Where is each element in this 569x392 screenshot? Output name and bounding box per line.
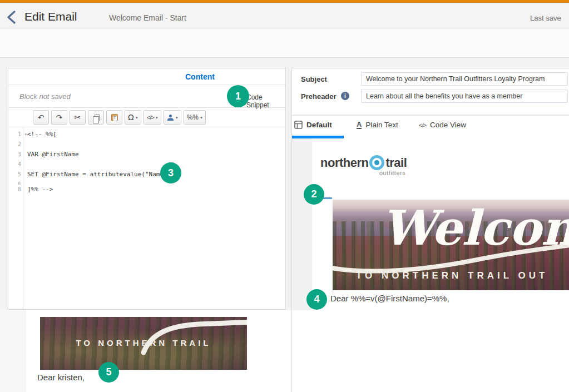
code-line [27,180,285,185]
background [0,310,26,392]
chevron-down-icon: ▾ [136,115,138,120]
code-editor[interactable]: 1▾ 2 3 4 5 6 8 <!-- %%[ VAR @FirstName S… [8,127,285,309]
undo-button[interactable]: ↶ [33,110,49,125]
callout-badge-2: 2 [304,184,324,205]
plain-text-icon: A [357,121,362,129]
welcome-banner-image[interactable]: Welcome TO NORTHERN TRAIL OUT [333,200,569,290]
omega-icon: Ω [128,113,134,122]
code-line: ]%% --> [27,185,285,195]
workflow-steps-bar: ✓ Properties ✎ Content ✓ Preview and Tes… [0,28,569,58]
code-line [27,140,285,150]
info-icon[interactable]: i [341,92,349,100]
chevron-down-icon: ▾ [156,115,158,120]
redo-icon: ↷ [56,113,63,122]
preheader-input[interactable] [361,90,568,103]
person-icon [167,114,174,121]
special-character-dropdown[interactable]: Ω ▾ [125,110,141,125]
rendered-greeting-text: Dear kristen, [37,373,85,382]
panel-divider [286,68,291,310]
layout-icon [294,121,303,129]
callout-badge-1: 1 [227,85,249,107]
nto-logo: northern trail outfitters [320,155,407,170]
editor-panel-header: Content [8,68,285,85]
subject-label: Subject [301,75,327,83]
code-icon: </> [147,114,154,121]
undo-icon: ↶ [38,113,44,122]
callout-badge-5: 5 [98,362,119,383]
email-preview-panel: Subject Preheader i Default A Plain Text… [291,68,569,392]
editor-panel-title: Content [185,72,215,81]
background [0,68,8,310]
chevron-down-icon: ▾ [200,115,202,120]
tab-code-view[interactable]: </> Code View [419,121,466,129]
cut-button[interactable]: ✂ [70,110,86,125]
paste-icon [111,114,118,121]
preview-gutter [292,138,312,310]
code-line: <!-- %%[ [27,130,285,140]
personalization-dropdown[interactable]: ▾ [164,110,181,125]
background [0,58,569,68]
back-button[interactable] [6,10,19,24]
email-name: Welcome Email - Start [109,13,186,22]
cut-icon: ✂ [75,113,81,122]
code-line: VAR @FirstName [27,150,285,160]
preheader-label: Preheader [301,92,337,101]
redo-button[interactable]: ↷ [51,110,67,125]
block-save-status: Block not saved [19,92,71,101]
fold-caret-icon[interactable]: ▾ [24,130,27,140]
editor-toolbar: ↶ ↷ ✂ Ω ▾ </> ▾ ▾ %% ▾ [8,108,285,127]
page-title: Edit Email [24,10,77,23]
chevron-down-icon: ▾ [176,115,178,120]
nto-logo-icon [369,155,384,170]
copy-icon [95,115,100,121]
tab-plain-text[interactable]: A Plain Text [357,121,398,129]
code-line [27,160,285,170]
banner-caps-text: TO NORTHERN TRAIL OUT [356,270,548,281]
greeting-ampscript-text[interactable]: Dear %%=v(@FirstName)=%%, [330,294,449,303]
percent-percent-icon: %% [187,113,199,121]
code-lines: <!-- %%[ VAR @FirstName SET @FirstName =… [27,127,285,195]
code-line: SET @FirstName = attributevalue("Name") [27,170,285,180]
callout-badge-4: 4 [306,289,327,310]
banner-script-text: Welcome [382,200,569,256]
tab-default[interactable]: Default [294,121,332,129]
copy-button[interactable] [88,110,104,125]
block-type-label: Code Snippet [246,93,285,109]
paste-button[interactable] [106,110,122,125]
code-icon: </> [419,122,426,128]
code-insert-dropdown[interactable]: </> ▾ [144,110,161,125]
page-header: Edit Email Welcome Email - Start Last sa… [0,3,569,28]
rendered-banner-image: TO NORTHERN TRAIL [40,317,247,370]
subject-input[interactable] [361,72,568,86]
ampscript-dropdown[interactable]: %% ▾ [184,110,206,125]
callout-badge-3: 3 [160,162,181,183]
chevron-left-icon [6,10,19,24]
last-saved-status: Last save [530,14,561,22]
divider [292,115,569,116]
banner-caps-text: TO NORTHERN TRAIL [40,338,247,348]
line-number-gutter: 1▾ 2 3 4 5 6 8 [8,127,23,309]
